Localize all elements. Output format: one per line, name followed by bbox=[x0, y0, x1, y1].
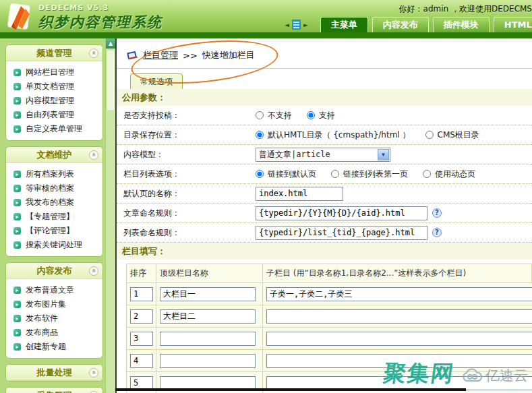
scrollbar-thumb[interactable] bbox=[107, 51, 114, 110]
sidebar-item-single-page-manage[interactable]: ▸单页文档管理 bbox=[13, 80, 100, 94]
book-icon bbox=[126, 50, 138, 61]
sidebar-section-title: 频道管理 bbox=[6, 45, 102, 61]
main-content: 栏目管理 >> 快速增加栏目 常规选项 公用参数： 是否支持投稿： 不支持 支持… bbox=[115, 38, 532, 393]
col-header-sort: 排序 bbox=[127, 264, 156, 282]
collapse-icon[interactable] bbox=[89, 150, 98, 160]
sort-input[interactable] bbox=[130, 309, 153, 324]
top-column-name-input[interactable] bbox=[160, 332, 256, 346]
sidebar-panel-batch: 批量处理 bbox=[5, 364, 103, 382]
sidebar-section-title: 文档维护 bbox=[6, 147, 102, 163]
sidebar-scrollbar[interactable]: ▲ bbox=[105, 38, 115, 393]
sidebar-item-publish-goods[interactable]: ▸发布商品 bbox=[13, 326, 100, 340]
sidebar-item-custom-form-manage[interactable]: ▸自定义表单管理 bbox=[13, 122, 100, 136]
product-name-cn: 织梦内容管理系统 bbox=[38, 13, 162, 32]
sub-columns-input[interactable] bbox=[266, 309, 532, 324]
sort-input[interactable] bbox=[130, 332, 153, 346]
radio-link-first[interactable] bbox=[331, 170, 339, 178]
top-tabbar: ◄ ► 主菜单 内容发布 插件模块 HTML更新 bbox=[282, 17, 532, 32]
section-column-fill: 栏目填写： bbox=[117, 243, 532, 260]
collapse-icon[interactable] bbox=[89, 266, 98, 276]
sidebar-section-title: 内容发布 bbox=[6, 263, 102, 279]
top-column-name-input[interactable] bbox=[160, 287, 256, 301]
breadcrumb-current: 快速增加栏目 bbox=[202, 49, 255, 61]
sidebar-item-publish-gallery[interactable]: ▸发布图片集 bbox=[13, 297, 100, 311]
tab-scroll-right-icon[interactable]: ► bbox=[303, 22, 308, 28]
dedecms-admin-window: DEDECMS V5.3 织梦内容管理系统 你好：admin ，欢迎使用DEDE… bbox=[0, 0, 532, 393]
header-divider-bar bbox=[0, 32, 532, 38]
chevron-down-icon[interactable]: ▼ bbox=[378, 149, 389, 160]
sidebar-item-publish-article[interactable]: ▸发布普通文章 bbox=[13, 283, 100, 297]
radio-label[interactable]: 链接到默认页 bbox=[268, 169, 316, 180]
default-page-input[interactable] bbox=[256, 187, 343, 201]
sidebar-item-comment-manage[interactable]: ▸【评论管理】 bbox=[13, 224, 100, 238]
sidebar-item-search-keyword[interactable]: ▸搜索关键词处理 bbox=[13, 238, 100, 252]
radio-label[interactable]: 不支持 bbox=[268, 110, 292, 121]
radio-label[interactable]: 链接到列表第一页 bbox=[343, 169, 408, 180]
sub-columns-input[interactable] bbox=[266, 287, 532, 301]
arrow-bullet-icon: ▸ bbox=[13, 171, 21, 178]
sidebar-item-all-archives[interactable]: ▸所有档案列表 bbox=[13, 167, 100, 181]
tab-content-publish[interactable]: 内容发布 bbox=[372, 17, 429, 32]
sidebar-section-title: 采集管理 bbox=[6, 388, 102, 393]
sidebar-item-my-archives[interactable]: ▸我发布的档案 bbox=[13, 195, 100, 210]
radio-label[interactable]: 支持 bbox=[319, 110, 335, 121]
radio-label[interactable]: CMS根目录 bbox=[438, 129, 479, 141]
arrow-bullet-icon: ▸ bbox=[13, 97, 21, 104]
collapse-icon[interactable] bbox=[89, 368, 98, 377]
menu-list-icon[interactable] bbox=[292, 20, 301, 30]
help-icon[interactable]: ? bbox=[432, 228, 442, 237]
tab-html-update[interactable]: HTML更新 bbox=[494, 17, 532, 32]
radio-contribute-no[interactable] bbox=[256, 111, 264, 119]
arrow-bullet-icon: ▸ bbox=[13, 241, 21, 249]
sidebar-item-site-column-manage[interactable]: ▸网站栏目管理 bbox=[13, 65, 100, 80]
radio-dynamic-page[interactable] bbox=[423, 170, 431, 178]
sidebar-item-content-model-manage[interactable]: ▸内容模型管理 bbox=[13, 94, 100, 108]
scroll-up-icon[interactable]: ▲ bbox=[106, 38, 115, 49]
sidebar-item-create-topic[interactable]: ▸创建新专题 bbox=[13, 340, 100, 354]
arrow-bullet-icon: ▸ bbox=[13, 185, 21, 192]
tab-plugin-module[interactable]: 插件模块 bbox=[433, 17, 490, 32]
field-label: 列表命名规则： bbox=[117, 227, 256, 239]
field-label: 内容模型： bbox=[117, 149, 256, 160]
arrow-bullet-icon: ▸ bbox=[13, 111, 21, 119]
breadcrumb-separator: >> bbox=[183, 51, 198, 61]
radio-label[interactable]: 默认HMTL目录（ {cmspath}/html ） bbox=[268, 129, 411, 141]
top-column-name-input[interactable] bbox=[160, 354, 256, 368]
arrow-bullet-icon: ▸ bbox=[13, 286, 21, 294]
sidebar-item-free-list-manage[interactable]: ▸自由列表管理 bbox=[13, 108, 100, 122]
breadcrumb-link[interactable]: 栏目管理 bbox=[143, 49, 178, 61]
arrow-bullet-icon: ▸ bbox=[13, 343, 21, 351]
sort-input[interactable] bbox=[130, 354, 153, 368]
help-icon[interactable]: ? bbox=[432, 208, 442, 218]
arrow-bullet-icon: ▸ bbox=[13, 227, 21, 235]
sidebar-item-publish-software[interactable]: ▸发布软件 bbox=[13, 311, 100, 326]
content-model-select[interactable]: 普通文章|article ▼ bbox=[256, 148, 390, 162]
radio-link-default[interactable] bbox=[256, 170, 264, 178]
radio-dir-root[interactable] bbox=[425, 131, 434, 139]
tab-scroll-left-icon[interactable]: ◄ bbox=[285, 22, 289, 28]
arrow-bullet-icon: ▸ bbox=[13, 329, 21, 336]
user-greeting: 你好：admin ，欢迎使用DEDECMS bbox=[399, 3, 532, 15]
sidebar-item-pending-archives[interactable]: ▸等审核的档案 bbox=[13, 181, 100, 195]
sort-input[interactable] bbox=[130, 287, 153, 301]
sidebar-panel-publish: 内容发布 ▸发布普通文章 ▸发布图片集 ▸发布软件 ▸发布商品 ▸创建新专题 bbox=[5, 262, 103, 359]
top-column-name-input[interactable] bbox=[160, 309, 256, 324]
tab-general-options[interactable]: 常规选项 bbox=[130, 73, 183, 89]
field-label: 是否支持投稿： bbox=[117, 110, 256, 121]
radio-dir-default[interactable] bbox=[256, 131, 264, 139]
section-common-params: 公用参数： bbox=[117, 89, 532, 106]
watermark-brand-text: 亿速云 bbox=[485, 366, 528, 385]
collapse-icon[interactable] bbox=[89, 49, 98, 58]
list-rule-input[interactable] bbox=[256, 226, 427, 240]
dedecms-logo-icon bbox=[3, 1, 34, 32]
radio-label[interactable]: 使用动态页 bbox=[435, 169, 475, 180]
tab-main-menu[interactable]: 主菜单 bbox=[320, 17, 368, 32]
sub-columns-input[interactable] bbox=[266, 332, 532, 346]
field-label: 默认页的名称： bbox=[117, 188, 256, 200]
table-row bbox=[127, 305, 532, 328]
sidebar-item-topic-manage[interactable]: ▸【专题管理】 bbox=[13, 210, 100, 224]
article-rule-input[interactable] bbox=[256, 206, 427, 220]
radio-contribute-yes[interactable] bbox=[307, 111, 315, 119]
table-row bbox=[127, 328, 532, 350]
form-row-contribute: 是否支持投稿： 不支持 支持 bbox=[117, 106, 532, 125]
